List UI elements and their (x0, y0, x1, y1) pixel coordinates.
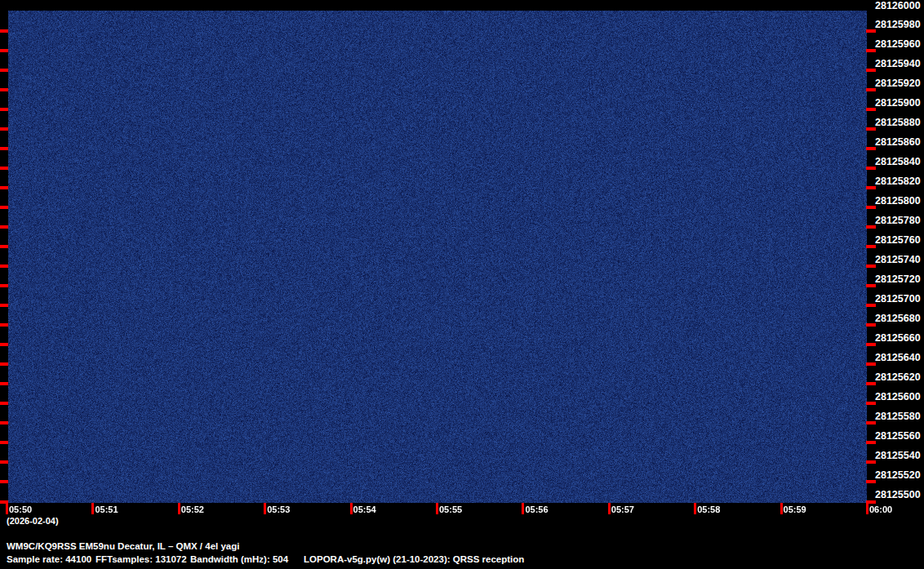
right-freq-tick (866, 186, 876, 189)
time-tick (694, 503, 696, 514)
freq-label: 28125580 (875, 411, 921, 422)
freq-label: 28125960 (875, 39, 921, 50)
time-label: 05:59 (784, 505, 806, 515)
left-freq-tick (0, 402, 8, 405)
time-tick (866, 503, 868, 514)
capture-settings-part: FFTsamples: 131072 (96, 554, 187, 564)
time-label: 06:00 (869, 505, 892, 515)
right-freq-tick (866, 49, 876, 52)
right-freq-tick (866, 127, 876, 131)
time-label: 05:53 (267, 505, 290, 515)
time-label: 05:52 (181, 505, 204, 515)
time-label: 05:56 (525, 505, 548, 515)
freq-label: 28125720 (875, 274, 921, 285)
right-freq-tick (866, 245, 876, 248)
left-freq-tick (0, 460, 8, 464)
time-tick (436, 503, 438, 514)
freq-label: 28125680 (875, 313, 921, 324)
left-freq-tick (0, 167, 8, 170)
right-freq-tick (866, 460, 876, 464)
freq-label: 28125780 (875, 216, 921, 226)
time-label: 05:50 (9, 505, 32, 515)
right-freq-tick (866, 206, 876, 209)
right-freq-tick (866, 441, 876, 444)
left-freq-tick (0, 323, 8, 327)
freq-label: 28125700 (875, 294, 921, 305)
right-freq-tick (866, 402, 876, 405)
freq-label: 28125980 (875, 20, 921, 30)
left-freq-tick (0, 343, 8, 346)
right-freq-tick (866, 167, 876, 170)
date-label: (2026-02-04) (7, 516, 59, 526)
left-freq-tick (0, 264, 8, 268)
right-freq-tick (866, 88, 876, 91)
right-freq-tick (866, 362, 876, 366)
freq-label: 28125900 (875, 98, 921, 109)
right-freq-tick (866, 343, 876, 346)
right-freq-tick (866, 480, 876, 483)
left-freq-tick (0, 362, 8, 366)
right-freq-tick (866, 284, 876, 287)
capture-settings-part: Sample rate: 44100 (7, 554, 91, 564)
qrss-grabber-screen: (2026-02-04) WM9C/KQ9RSS EM59nu Decatur,… (0, 0, 924, 569)
time-label: 05:51 (95, 505, 118, 515)
capture-settings-part: LOPORA-v5g.py(w) (21-10-2023): QRSS rece… (304, 554, 524, 564)
left-freq-tick (0, 421, 8, 425)
freq-label: 28125540 (875, 451, 921, 461)
freq-label: 28125600 (875, 392, 921, 402)
time-tick (350, 503, 353, 514)
time-label: 05:58 (697, 505, 720, 515)
capture-settings-part: Bandwidth (mHz): 504 (190, 554, 288, 564)
freq-label: 28125940 (875, 59, 921, 69)
freq-label: 28125880 (875, 118, 921, 128)
left-freq-tick (0, 69, 8, 72)
left-freq-tick (0, 284, 8, 287)
left-freq-tick (0, 304, 8, 307)
freq-label: 28125920 (875, 78, 921, 89)
left-freq-tick (0, 441, 8, 444)
freq-label: 28125560 (875, 431, 921, 442)
spectrogram-canvas (8, 11, 867, 503)
right-freq-tick (866, 264, 876, 268)
time-label: 05:54 (353, 505, 376, 515)
right-freq-tick (866, 108, 876, 111)
right-freq-tick (866, 323, 876, 327)
right-freq-tick (866, 29, 876, 33)
freq-label: 28125760 (875, 235, 921, 246)
left-freq-tick (0, 206, 8, 209)
time-label: 05:57 (611, 505, 634, 515)
freq-label: 28125820 (875, 176, 921, 187)
time-tick (91, 503, 94, 514)
left-freq-tick (0, 382, 8, 385)
right-freq-tick (866, 421, 876, 425)
left-freq-tick (0, 225, 8, 229)
right-freq-tick (866, 147, 876, 150)
freq-label: 28125800 (875, 196, 921, 207)
freq-label: 28125500 (875, 490, 921, 500)
station-info-line: WM9C/KQ9RSS EM59nu Decatur, IL – QMX / 4… (7, 541, 239, 551)
left-freq-tick (0, 29, 8, 33)
right-freq-tick (866, 69, 876, 72)
freq-label: 28125840 (875, 157, 921, 167)
left-freq-tick (0, 127, 8, 131)
left-freq-tick (0, 88, 8, 91)
left-freq-tick (0, 245, 8, 248)
freq-label: 28125660 (875, 333, 921, 344)
time-tick (178, 503, 180, 514)
time-tick (780, 503, 783, 514)
left-freq-tick (0, 186, 8, 189)
freq-label: 28125520 (875, 470, 921, 481)
freq-label: 28125860 (875, 137, 921, 148)
left-freq-tick (0, 108, 8, 111)
left-freq-tick (0, 49, 8, 52)
time-tick (264, 503, 266, 514)
time-tick (522, 503, 524, 514)
right-freq-tick (866, 382, 876, 385)
freq-label: 28125740 (875, 255, 921, 265)
left-freq-tick (0, 480, 8, 483)
freq-label: 28125620 (875, 372, 921, 383)
left-freq-tick (0, 147, 8, 150)
freq-label: 28125640 (875, 353, 921, 363)
right-freq-tick (866, 225, 876, 229)
time-tick (6, 503, 8, 514)
